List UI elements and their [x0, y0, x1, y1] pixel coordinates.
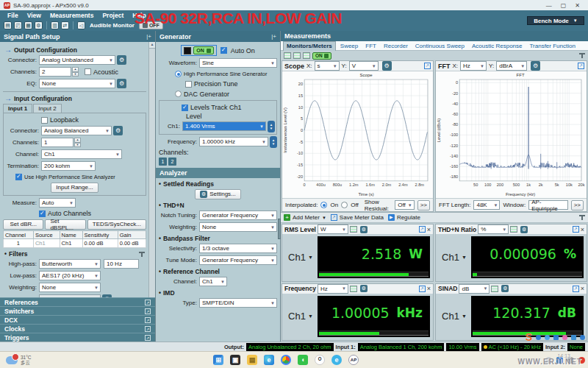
output-connector-gear-icon[interactable]: ⚙	[117, 55, 126, 65]
dac-generator-radio[interactable]	[175, 91, 182, 97]
input-connector-gear-icon[interactable]: ⚙	[113, 126, 123, 135]
qq-icon[interactable]: ᴼ	[315, 355, 325, 365]
tab-input-2[interactable]: Input 2	[33, 104, 61, 113]
menu-project[interactable]: Project	[102, 12, 123, 19]
meter-gear-icon[interactable]: ⚙	[501, 285, 509, 292]
bargraph-icon[interactable]	[491, 286, 498, 292]
accordion-triggers[interactable]: Triggers↗	[0, 333, 155, 342]
accordion-dcx[interactable]: DCX↗	[0, 315, 155, 324]
show-residual-select[interactable]: Off▼	[395, 200, 414, 210]
set-dbr-button[interactable]: Set dBR...	[3, 219, 43, 230]
input-channels-stepper[interactable]: ▲▼	[74, 138, 81, 147]
ref-channel-select[interactable]: Ch1▼	[199, 277, 227, 286]
low-pass-select[interactable]: AES17 (20 kHz)▼	[39, 271, 101, 280]
output-eq-select[interactable]: None▼	[39, 79, 115, 88]
teds-syscheck-button[interactable]: TEDS/SysCheck...	[87, 219, 146, 230]
analyzer-weighting-select[interactable]: None▼	[199, 222, 277, 232]
ie-icon[interactable]: e	[331, 355, 342, 365]
filters-header[interactable]: •Filters	[4, 250, 145, 258]
tab-input-1[interactable]: Input 1	[3, 104, 32, 113]
accordion-references[interactable]: References↗	[0, 297, 155, 306]
precision-tune-checkbox[interactable]	[185, 81, 192, 88]
output-eq-gear-icon[interactable]: ⚙	[117, 79, 126, 88]
measure-select[interactable]: Auto▼	[39, 198, 76, 208]
pin-icon[interactable]	[139, 251, 145, 258]
weather-widget[interactable]: 31°C 多云	[0, 355, 118, 365]
meter-unit-select[interactable]: W▼	[318, 224, 348, 234]
meter-popout-icon[interactable]: ↗	[573, 286, 579, 292]
save-icon[interactable]: ▦	[24, 21, 32, 29]
fft-popout-icon[interactable]: ↗	[578, 63, 584, 69]
accordion-switchers[interactable]: Switchers↗	[0, 306, 155, 315]
fft-settings-gear-icon[interactable]: ⚙	[531, 61, 540, 71]
meters-icon[interactable]	[293, 52, 301, 59]
input-connector-select[interactable]: Analog Balanced▼	[41, 126, 112, 135]
output-connector-select[interactable]: Analog Unbalanced▼	[39, 55, 115, 65]
meter-popout-icon[interactable]: ↗	[419, 226, 426, 233]
scope-more-button[interactable]: >>	[417, 200, 430, 210]
new-file-icon[interactable]: ▤	[4, 21, 12, 29]
notch-tuning-select[interactable]: Generator Frequency▼	[199, 210, 277, 220]
frequency-input[interactable]: 1.00000 kHz▼	[199, 137, 268, 146]
channel-1-button[interactable]: 1	[159, 158, 167, 166]
fft-length-select[interactable]: 48K▼	[473, 200, 500, 210]
edge-icon[interactable]: e	[264, 355, 274, 365]
meter-popout-icon[interactable]: ↗	[573, 226, 579, 233]
start-button-icon[interactable]: ⊞	[213, 355, 223, 365]
levels-track-checkbox[interactable]	[182, 105, 188, 111]
meter-channel-select[interactable]: Ch1▼	[284, 296, 318, 338]
interpolated-on-radio[interactable]	[320, 202, 327, 208]
meter-close-icon[interactable]: ×	[427, 285, 431, 292]
popout-icon[interactable]: ↗	[145, 335, 151, 341]
popout-icon[interactable]: ↗	[145, 317, 151, 323]
panel-splitter-handle[interactable]	[278, 219, 281, 239]
waveform-select[interactable]: Sine▼	[199, 58, 277, 68]
generator-on-toggle[interactable]: ON	[181, 45, 217, 56]
filter-eq-gear-icon[interactable]: ⚙	[102, 294, 112, 297]
add-meter-button[interactable]: + Add Meter▼	[284, 214, 326, 221]
close-button[interactable]: ✕	[575, 2, 580, 9]
bargraph-icon[interactable]	[510, 226, 517, 233]
chrome-icon[interactable]: ●	[281, 355, 291, 365]
menu-view[interactable]: View	[27, 12, 41, 19]
termination-select[interactable]: 200 kohm▼	[41, 161, 96, 171]
regulate-button[interactable]: ▶ Regulate	[388, 214, 420, 221]
bench-mode-dropdown[interactable]: Bench Mode▼	[527, 16, 584, 25]
monitors-on-toggle[interactable]: ON	[312, 52, 331, 60]
speaker-icon[interactable]: ◁	[77, 21, 85, 29]
apx-taskbar-icon[interactable]: AP	[348, 355, 359, 365]
scope-settings-gear-icon[interactable]: ⚙	[382, 61, 392, 71]
pin-icon[interactable]	[579, 52, 585, 59]
signal-path-icon[interactable]: ⇄	[61, 21, 69, 29]
hps-generator-radio[interactable]	[175, 71, 182, 77]
save-meter-data-button[interactable]: ↗ Save Meter Data	[331, 214, 384, 221]
left-scrollbar[interactable]: ▲	[148, 42, 155, 297]
menu-measurements[interactable]: Measurements	[50, 12, 94, 19]
high-pass-freq-input[interactable]: 10 Hz	[104, 259, 139, 269]
tab-fft[interactable]: FFT	[362, 41, 379, 51]
gain-select[interactable]: 0.00 dB	[118, 239, 146, 248]
pin-icon[interactable]	[579, 214, 585, 221]
popout-icon[interactable]: ↗	[145, 326, 151, 332]
scope-y-unit-select[interactable]: V▼	[349, 61, 379, 71]
file-explorer-icon[interactable]: ▤	[247, 355, 257, 365]
minimize-button[interactable]: —	[546, 2, 552, 9]
wechat-icon[interactable]: ◖	[298, 355, 308, 365]
auto-channels-checkbox[interactable]	[39, 210, 46, 217]
loopback-checkbox[interactable]	[41, 117, 48, 124]
tab-acoustic-response[interactable]: Acoustic Response	[469, 41, 525, 51]
acoustic-checkbox[interactable]	[85, 68, 91, 75]
settings-button[interactable]: ⚙ Settings...	[195, 189, 241, 199]
ch1-level-input[interactable]: 1.400 Vrms▼	[182, 121, 266, 131]
panel-options-icon[interactable]: |+	[271, 33, 276, 40]
meter-close-icon[interactable]: ×	[581, 285, 584, 292]
fft-more-button[interactable]: >>	[571, 200, 584, 210]
popout-icon[interactable]: ↗	[145, 300, 151, 305]
input-range-button[interactable]: Input Range...	[51, 183, 98, 193]
ch1-level-stepper[interactable]: ▲▼	[268, 121, 275, 132]
output-channels-input[interactable]: 2	[39, 67, 71, 77]
input-channels-input[interactable]: 1	[41, 138, 74, 147]
open-project-icon[interactable]: ◰	[14, 21, 22, 29]
fft-y-unit-select[interactable]: dBrA▼	[496, 61, 527, 71]
tab-recorder[interactable]: Recorder	[381, 41, 411, 51]
